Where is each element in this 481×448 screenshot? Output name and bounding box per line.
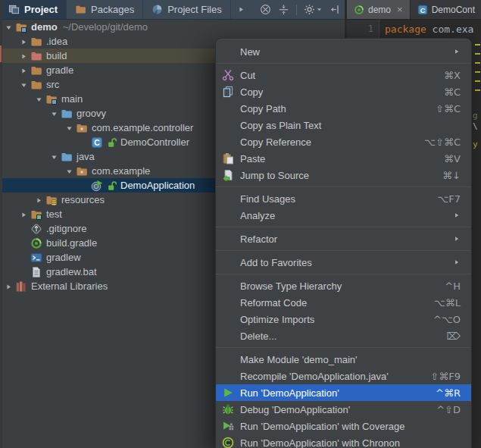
runnable-class-icon — [91, 180, 103, 192]
panel-tab-project[interactable]: Project — [0, 0, 67, 19]
chevron-right-icon[interactable] — [20, 52, 28, 60]
chevron-down-icon[interactable] — [65, 167, 73, 175]
tree-item-label: gradlew — [46, 252, 81, 263]
paste-icon — [222, 152, 234, 164]
menu-item-label: Copy — [240, 86, 435, 98]
menu-item-add-to-favorites[interactable]: Add to Favorites — [216, 254, 471, 271]
folder-test-icon — [30, 208, 42, 221]
libraries-icon — [15, 280, 27, 293]
menu-shortcut: ^⌘R — [436, 387, 461, 399]
menu-item-make-module-demo-main[interactable]: Make Module 'demo_main' — [216, 351, 471, 368]
menu-item-run-demoapplication-with-chronon[interactable]: Run 'DemoApplication' with Chronon — [216, 434, 471, 448]
collapse-all-button[interactable] — [278, 4, 289, 15]
submenu-arrow-icon — [453, 235, 461, 243]
chevron-down-icon[interactable] — [20, 80, 28, 89]
chevron-right-icon[interactable] — [20, 210, 28, 218]
tree-item-label: .gitignore — [46, 223, 86, 234]
menu-item-label: Cut — [240, 70, 435, 81]
chevron-down-icon[interactable] — [5, 23, 13, 31]
hide-panel-button[interactable] — [329, 4, 340, 15]
svg-text:C: C — [420, 6, 425, 14]
folder-resources-icon — [45, 194, 58, 206]
editor-tab-democont[interactable]: CDemoCont — [411, 0, 481, 19]
hide-panel-icon — [329, 4, 340, 15]
close-icon[interactable]: × — [397, 5, 403, 14]
menu-item-run-demoapplication[interactable]: Run 'DemoApplication'^⌘R — [216, 384, 471, 401]
menu-item-browse-type-hierarchy[interactable]: Browse Type Hierarchy^H — [216, 277, 471, 294]
chevron-down-icon[interactable] — [50, 109, 58, 117]
panel-tab-label: Project — [24, 4, 58, 15]
folder-source-icon — [61, 151, 73, 163]
tree-item-label: com.example.controller — [92, 122, 193, 133]
editor-tab-demo[interactable]: demo× — [347, 0, 411, 19]
stripe-mark — [475, 53, 480, 55]
chevron-right-icon[interactable] — [35, 196, 43, 204]
menu-item-label: Run 'DemoApplication' — [240, 387, 426, 399]
menu-shortcut: ⌘X — [444, 70, 461, 81]
chevron-down-icon[interactable] — [35, 95, 43, 103]
submenu-arrow-icon — [453, 48, 461, 55]
jump-to-source-icon — [222, 169, 234, 181]
menu-item-cut[interactable]: Cut⌘X — [216, 67, 471, 83]
menu-shortcut: ⇧⌘C — [436, 103, 461, 114]
tree-item-label: External Libraries — [31, 280, 108, 292]
tool-window-icon — [8, 4, 20, 15]
tree-item-path: ~/Develop/git/demo — [63, 21, 148, 33]
menu-shortcut: ⌥⇧⌘C — [424, 136, 461, 148]
menu-item-reformat-code[interactable]: Reformat Code⌥⌘L — [216, 294, 471, 311]
menu-item-debug-demoapplication[interactable]: Debug 'DemoApplication'^⇧D — [216, 401, 471, 418]
menu-shortcut: ^H — [445, 280, 461, 292]
menu-item-copy[interactable]: Copy⌘C — [216, 83, 471, 100]
cut-icon — [222, 69, 234, 81]
settings-button[interactable] — [304, 4, 322, 15]
chevron-right-icon[interactable] — [20, 37, 28, 45]
code-token: com.exa — [426, 23, 474, 35]
packages-icon — [75, 4, 86, 15]
panel-tab-project-files[interactable]: Project Files — [143, 0, 231, 19]
menu-item-recompile-demoapplication-java[interactable]: Recompile 'DemoApplication.java'⇧⌘F9 — [216, 368, 471, 384]
menu-item-label: Analyze — [240, 210, 444, 221]
tree-item-label: .idea — [46, 36, 67, 47]
tree-item-demo[interactable]: demo~/Develop/git/demo — [0, 20, 347, 34]
pie-chart-icon — [151, 4, 163, 15]
menu-item-delete[interactable]: Delete...⌦ — [216, 327, 471, 344]
folder-excluded-icon — [30, 50, 42, 62]
gradle-file-icon — [30, 237, 42, 249]
menu-item-find-usages[interactable]: Find Usages⌥F7 — [216, 190, 471, 207]
class-icon: C — [417, 5, 428, 15]
chevron-down-icon[interactable] — [50, 152, 58, 161]
menu-item-copy-reference[interactable]: Copy Reference⌥⇧⌘C — [216, 133, 471, 150]
menu-item-label: Run 'DemoApplication' with Chronon — [240, 437, 461, 448]
arrow-spacer — [20, 268, 28, 276]
menu-item-paste[interactable]: Paste⌘V — [216, 150, 471, 167]
menu-shortcut: ^⌥O — [433, 314, 461, 325]
locate-icon — [260, 4, 271, 15]
menu-item-run-demoapplication-with-coverage[interactable]: Run 'DemoApplication' with Coverage — [216, 418, 471, 434]
chevron-down-icon[interactable] — [65, 124, 73, 132]
menu-item-copy-path[interactable]: Copy Path⇧⌘C — [216, 100, 471, 117]
panel-tab-packages[interactable]: Packages — [67, 0, 143, 19]
chevron-right-icon[interactable] — [5, 282, 13, 290]
code-line: package com.exa — [385, 23, 473, 35]
menu-item-label: Debug 'DemoApplication' — [240, 404, 427, 415]
menu-item-label: Recompile 'DemoApplication.java' — [240, 371, 421, 382]
chevron-right-icon[interactable] — [20, 66, 28, 74]
stripe-mark — [475, 80, 480, 82]
menu-shortcut: ^⇧D — [436, 404, 461, 415]
more-tabs-button[interactable] — [231, 0, 251, 19]
locate-button[interactable] — [260, 4, 271, 15]
menu-item-copy-as-plain-text[interactable]: Copy as Plain Text — [216, 117, 471, 133]
menu-item-new[interactable]: New — [216, 43, 471, 60]
menu-separator — [216, 63, 471, 64]
menu-item-label: Jump to Source — [240, 170, 433, 181]
tree-item-label: resources — [61, 194, 105, 205]
menu-shortcut: ⌦ — [447, 331, 461, 342]
menu-separator — [216, 347, 471, 348]
menu-item-optimize-imports[interactable]: Optimize Imports^⌥O — [216, 311, 471, 327]
menu-item-refactor[interactable]: Refactor — [216, 230, 471, 247]
folder-project-icon — [15, 21, 27, 33]
menu-item-jump-to-source[interactable]: Jump to Source⌘↓ — [216, 167, 471, 183]
menu-item-analyze[interactable]: Analyze — [216, 207, 471, 224]
menu-item-label: Refactor — [240, 233, 444, 245]
menu-item-label: Copy Path — [240, 103, 426, 114]
